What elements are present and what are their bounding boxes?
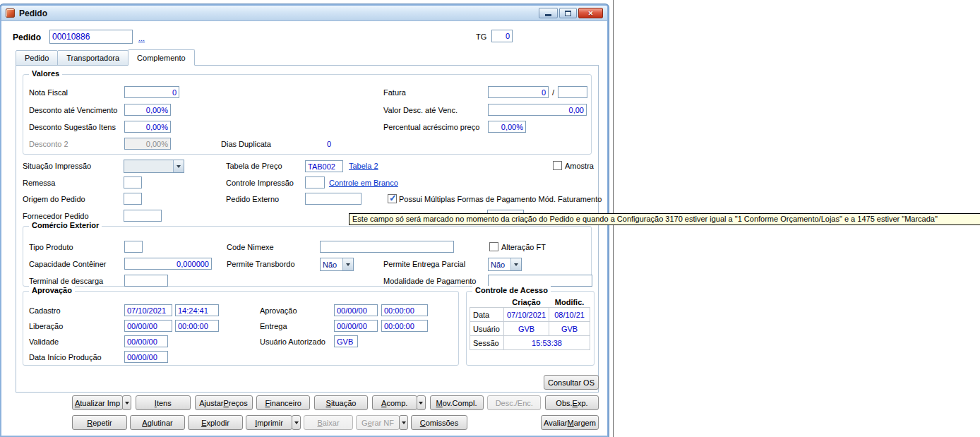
mov-compl-button[interactable]: Mov.Compl. bbox=[430, 395, 484, 410]
tabela-preco-label: Tabela de Preço bbox=[226, 162, 282, 171]
tab-pedido[interactable]: Pedido bbox=[16, 50, 58, 66]
atualizar-imp-button[interactable]: Atualizar Imp bbox=[72, 395, 123, 410]
permite-transbordo-value: Não bbox=[321, 258, 342, 270]
tabela-preco-input[interactable]: TAB002 bbox=[305, 160, 343, 172]
aprovacao-legend: Aprovação bbox=[29, 286, 75, 294]
caption-buttons bbox=[539, 8, 603, 18]
aprovacao-date-input[interactable]: 00/00/00 bbox=[334, 304, 378, 316]
liberacao-label: Liberação bbox=[29, 322, 63, 331]
imprimir-dropdown-button[interactable] bbox=[292, 415, 301, 430]
pedido-lookup-link[interactable]: ... bbox=[138, 34, 145, 42]
data-inicio-producao-input[interactable]: 00/00/00 bbox=[124, 351, 168, 363]
titlebar[interactable]: Pedido bbox=[1, 6, 607, 21]
amostra-checkbox[interactable] bbox=[553, 161, 562, 170]
liberacao-date-input[interactable]: 00/00/00 bbox=[124, 320, 172, 332]
pedido-externo-label: Pedido Externo bbox=[226, 195, 279, 204]
usuario-autorizado-input[interactable]: GVB bbox=[334, 335, 358, 347]
situacao-impressao-select[interactable] bbox=[124, 160, 184, 173]
tipo-produto-label: Tipo Produto bbox=[29, 243, 73, 252]
minimize-button[interactable] bbox=[539, 8, 558, 18]
controle-impressao-label: Controle Impressão bbox=[226, 179, 294, 188]
table-row: Data 07/10/2021 08/10/21 bbox=[470, 308, 590, 322]
ajustar-precos-button[interactable]: Ajustar Preços bbox=[195, 395, 253, 410]
gerar-nf-button: Gerar NF bbox=[356, 415, 400, 430]
situacao-button[interactable]: Situação bbox=[314, 395, 368, 410]
itens-button[interactable]: Itens bbox=[136, 395, 191, 410]
fatura-input-2[interactable] bbox=[558, 86, 587, 98]
acc-sessao-value: 15:53:38 bbox=[504, 336, 590, 350]
tab-strip: Pedido Transportadora Complemento bbox=[16, 49, 194, 66]
gerar-nf-dropdown-button[interactable] bbox=[399, 415, 408, 430]
capacidade-conteiner-input[interactable]: 0,000000 bbox=[124, 258, 212, 270]
desconto-vencimento-label: Desconto até Vencimento bbox=[29, 106, 117, 115]
multiplas-formas-label: Possui Múltiplas Formas de Pagamento Mód… bbox=[399, 195, 602, 204]
terminal-descarga-input[interactable] bbox=[124, 275, 168, 287]
tg-input[interactable]: 0 bbox=[491, 30, 513, 42]
controle-em-branco-link[interactable]: Controle em Branco bbox=[329, 179, 398, 187]
fornecedor-pedido-input[interactable] bbox=[124, 210, 162, 222]
origem-pedido-label: Origem do Pedido bbox=[23, 195, 85, 204]
valores-group: Valores Nota Fiscal 0 Fatura 0 / Descont… bbox=[23, 74, 592, 155]
imprimir-button[interactable]: Imprimir bbox=[246, 415, 292, 430]
financeiro-button[interactable]: Financeiro bbox=[256, 395, 310, 410]
acc-usuario-modific: GVB bbox=[549, 322, 590, 336]
explodir-button[interactable]: Explodir bbox=[188, 415, 243, 430]
situacao-impressao-label: Situação Impressão bbox=[23, 162, 91, 171]
avaliar-margem-button[interactable]: Avaliar Margem bbox=[541, 415, 599, 430]
minimize-icon bbox=[545, 14, 551, 16]
controle-impressao-input[interactable] bbox=[305, 176, 325, 188]
permite-transbordo-select[interactable]: Não bbox=[320, 258, 354, 271]
close-button[interactable] bbox=[578, 8, 603, 18]
permite-entrega-parcial-select[interactable]: Não bbox=[488, 258, 522, 271]
desconto2-input: 0,00% bbox=[124, 138, 171, 150]
fornecedor-pedido-label: Fornecedor Pedido bbox=[23, 212, 89, 221]
chevron-down-icon bbox=[510, 258, 521, 270]
aglutinar-button[interactable]: Aglutinar bbox=[130, 415, 185, 430]
aprovacao-label: Aprovação bbox=[260, 306, 297, 316]
entrega-time-input[interactable]: 00:00:00 bbox=[381, 320, 428, 332]
valor-desc-venc-input[interactable]: 0,00 bbox=[488, 104, 587, 116]
fatura-separator: / bbox=[552, 88, 554, 97]
chevron-down-icon bbox=[342, 258, 353, 270]
validade-date-input[interactable]: 00/00/00 bbox=[124, 335, 168, 347]
obs-exp-button[interactable]: Obs. Exp. bbox=[545, 395, 599, 410]
aprovacao-time-input[interactable]: 00:00:00 bbox=[381, 304, 428, 316]
pedido-externo-input[interactable] bbox=[305, 193, 361, 205]
tabela-preco-link[interactable]: Tabela 2 bbox=[349, 162, 378, 170]
origem-pedido-input[interactable] bbox=[124, 193, 142, 205]
code-nimexe-input[interactable] bbox=[320, 241, 454, 253]
percentual-acrescimo-label: Percentual acréscimo preço bbox=[383, 123, 479, 132]
pedido-number-input[interactable]: 00010886 bbox=[49, 30, 133, 44]
alteracao-ft-checkbox[interactable] bbox=[489, 242, 498, 251]
dias-duplicata-value: 0 bbox=[327, 140, 331, 148]
acomp-dropdown-button[interactable] bbox=[417, 395, 426, 410]
tg-label: TG bbox=[476, 32, 486, 42]
maximize-button[interactable] bbox=[559, 8, 577, 18]
modalidade-pagamento-input[interactable] bbox=[488, 275, 592, 287]
liberacao-time-input[interactable]: 00:00:00 bbox=[175, 320, 219, 332]
cadastro-time-input[interactable]: 14:24:41 bbox=[175, 304, 219, 316]
percentual-acrescimo-input[interactable]: 0,00% bbox=[488, 121, 526, 133]
tab-transportadora[interactable]: Transportadora bbox=[57, 50, 129, 66]
data-inicio-producao-label: Data Início Produção bbox=[29, 353, 102, 362]
cadastro-date-input[interactable]: 07/10/2021 bbox=[124, 304, 172, 316]
tab-complemento[interactable]: Complemento bbox=[128, 49, 194, 66]
repetir-button[interactable]: Repetir bbox=[72, 415, 127, 430]
controle-acesso-group: Controle de Acesso Criação Modific. Data… bbox=[466, 291, 594, 366]
modalidade-pagamento-label: Modalidade de Pagamento bbox=[383, 277, 476, 286]
multiplas-formas-checkbox[interactable] bbox=[388, 194, 397, 203]
tipo-produto-input[interactable] bbox=[124, 241, 143, 253]
desconto-vencimento-input[interactable]: 0,00% bbox=[124, 104, 171, 116]
fatura-input[interactable]: 0 bbox=[488, 86, 549, 98]
consultar-os-button[interactable]: Consultar OS bbox=[544, 375, 599, 390]
remessa-input[interactable] bbox=[124, 176, 142, 188]
desconto-sugestao-input[interactable]: 0,00% bbox=[124, 121, 171, 133]
acc-sessao-label: Sessão bbox=[470, 336, 504, 350]
atualizar-imp-dropdown-button[interactable] bbox=[122, 395, 131, 410]
terminal-descarga-label: Terminal de descarga bbox=[29, 277, 103, 286]
comercio-exterior-group: Comércio Exterior Tipo Produto Code Nime… bbox=[23, 226, 592, 287]
acomp-button[interactable]: Acomp. bbox=[372, 395, 417, 410]
nota-fiscal-input[interactable]: 0 bbox=[124, 86, 179, 98]
entrega-date-input[interactable]: 00/00/00 bbox=[334, 320, 378, 332]
comissoes-button[interactable]: Comissões bbox=[411, 415, 467, 430]
